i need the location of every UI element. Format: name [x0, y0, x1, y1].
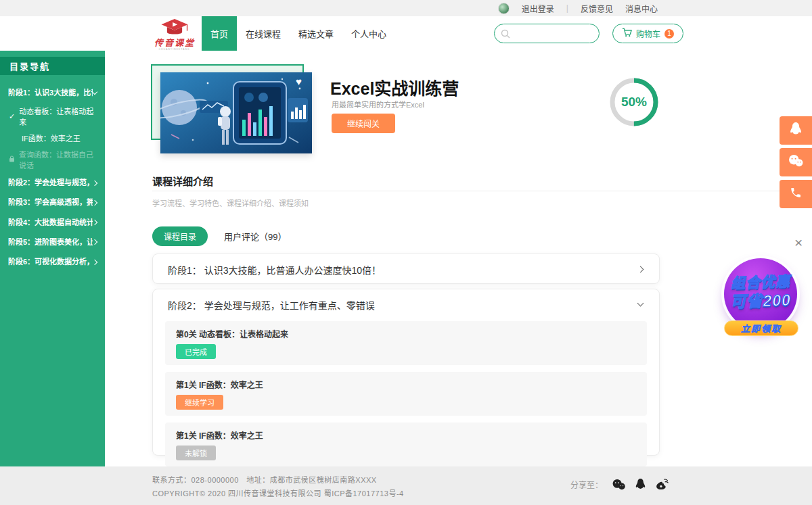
- continue-button[interactable]: 继续闯关: [332, 114, 395, 133]
- weibo-share-icon[interactable]: [655, 478, 670, 491]
- search-box: 搜索: [494, 24, 600, 43]
- check-icon: ✓: [9, 112, 15, 121]
- page: 退出登录 | 反馈意见 消息中心 传音课堂 CHUANYINKETANG 首页 …: [0, 0, 812, 505]
- tab-user-comments[interactable]: 用户评论（99）: [224, 230, 286, 243]
- stage2-card: 阶段2： 学会处理与规范，让工作有重点、零错误 第0关 动态看板：让表格动起来 …: [152, 289, 660, 456]
- sidebar-item-stage3[interactable]: 阶段3：学会高级透视，拥有同时...: [0, 193, 105, 212]
- logout-link[interactable]: 退出登录: [522, 3, 554, 14]
- toc-sidebar: 目录导航 阶段1：认识3大技能，比普通人... ✓ 动态看板：让表格动起来 IF…: [0, 51, 105, 466]
- messages-link[interactable]: 消息中心: [625, 3, 658, 14]
- lesson-item-1[interactable]: 第1关 IF函数：效率之王 继续学习: [165, 372, 647, 416]
- main-content: ♥ Excel实战训练营 用最简单实用的方式学Excel 继续闯关 50% 课程…: [105, 51, 812, 466]
- stage1-card: 阶段1： 认识3大技能，比普通人办公速度快10倍！: [152, 254, 660, 284]
- sidebar-item-lesson-if[interactable]: IF函数：效率之王: [0, 130, 105, 146]
- sidebar-item-stage1[interactable]: 阶段1：认识3大技能，比普通人...: [0, 83, 105, 103]
- feedback-link[interactable]: 反馈意见: [581, 3, 613, 14]
- chevron-right-icon: [92, 200, 97, 206]
- brand-name: 传音课堂: [154, 39, 195, 47]
- qq-share-icon[interactable]: [635, 478, 646, 491]
- chevron-right-icon: [92, 239, 97, 245]
- sidebar-item-stage6[interactable]: 阶段6：可视化数据分析，帮老板...: [0, 252, 105, 272]
- nav-item-courses[interactable]: 在线课程: [237, 16, 290, 51]
- section-heading: 课程详细介绍: [152, 174, 213, 188]
- course-cover-image[interactable]: [160, 72, 312, 153]
- share-bar: 分享至：: [570, 478, 670, 491]
- chevron-right-icon: [92, 181, 97, 186]
- cart-button[interactable]: 购物车 1: [612, 24, 683, 43]
- lesson-list: 第0关 动态看板：让表格动起来 已完成 第1关 IF函数：效率之王 继续学习 第…: [153, 320, 659, 466]
- cart-label: 购物车: [636, 28, 660, 39]
- qq-contact-button[interactable]: [780, 116, 812, 145]
- nav-item-articles[interactable]: 精选文章: [290, 16, 342, 51]
- footer-contact: 联系方式：028-0000000 地址：成都市武侯区槐树店南路XXXX: [152, 474, 404, 487]
- status-badge-locked[interactable]: 未解锁: [176, 446, 216, 460]
- nav-item-profile[interactable]: 个人中心: [342, 16, 395, 51]
- search-icon: [501, 29, 510, 41]
- promo-close-icon[interactable]: ×: [794, 235, 803, 249]
- sidebar-list: 阶段1：认识3大技能，比普通人... ✓ 动态看板：让表格动起来 IF函数：效率…: [0, 75, 105, 272]
- lesson-item-0[interactable]: 第0关 动态看板：让表格动起来 已完成: [165, 321, 647, 365]
- main-nav: 传音课堂 CHUANYINKETANG 首页 在线课程 精选文章 个人中心 搜索…: [0, 16, 812, 51]
- phone-contact-button[interactable]: [780, 180, 812, 208]
- progress-percent: 50%: [608, 95, 660, 110]
- chevron-down-icon: [637, 300, 644, 307]
- detail-tabs: 课程目录 用户评论（99）: [152, 226, 286, 246]
- sidebar-item-lesson-locked[interactable]: 查询函数：让数据自己说话: [0, 146, 105, 173]
- footer-text: 联系方式：028-0000000 地址：成都市武侯区槐树店南路XXXX COPY…: [152, 474, 404, 501]
- chevron-right-icon: [637, 266, 644, 273]
- cart-icon: [622, 28, 632, 39]
- promo-text-line2[interactable]: 可省200: [714, 287, 807, 313]
- nav-item-home[interactable]: 首页: [202, 16, 237, 51]
- course-title: Excel实战训练营: [330, 75, 459, 99]
- section-divider: [152, 191, 795, 191]
- stage2-header[interactable]: 阶段2： 学会处理与规范，让工作有重点、零错误: [153, 289, 659, 320]
- share-label: 分享至：: [570, 479, 603, 490]
- footer: 联系方式：028-0000000 地址：成都市武侯区槐树店南路XXXX COPY…: [0, 466, 812, 505]
- course-subtitle: 用最简单实用的方式学Excel: [332, 99, 424, 110]
- search-input[interactable]: [495, 24, 600, 43]
- top-utility-bar: 退出登录 | 反馈意见 消息中心: [0, 0, 812, 16]
- user-avatar[interactable]: [498, 3, 510, 14]
- sidebar-item-lesson-dashboard[interactable]: ✓ 动态看板：让表格动起来: [0, 103, 105, 130]
- section-description: 学习流程、学习特色、课程详细介绍、课程须知: [152, 197, 309, 208]
- heart-icon[interactable]: ♥: [296, 76, 302, 87]
- chevron-down-icon: [92, 89, 97, 95]
- status-badge-done[interactable]: 已完成: [176, 344, 216, 359]
- graduation-cap-icon: [160, 18, 189, 39]
- topbar-divider: |: [566, 3, 568, 13]
- chevron-right-icon: [92, 220, 97, 225]
- phone-icon: [790, 187, 802, 201]
- chevron-right-icon: [92, 259, 97, 264]
- sidebar-item-stage2[interactable]: 阶段2：学会处理与规范，让工作...: [0, 173, 105, 193]
- stage1-header[interactable]: 阶段1： 认识3大技能，比普通人办公速度快10倍！: [153, 254, 659, 285]
- brand-logo[interactable]: 传音课堂 CHUANYINKETANG: [148, 18, 202, 51]
- footer-copyright: COPYRIGHT© 2020 四川传音课堂科技有限公司 蜀ICP备170177…: [152, 487, 404, 501]
- wechat-icon: [788, 154, 804, 170]
- cart-count-badge: 1: [664, 29, 674, 39]
- tab-course-catalog[interactable]: 课程目录: [152, 226, 208, 246]
- sidebar-title: 目录导航: [0, 57, 105, 75]
- wechat-contact-button[interactable]: [780, 148, 812, 176]
- sidebar-item-stage4[interactable]: 阶段4：大批数据自动统计分析，...: [0, 213, 105, 233]
- nav-menu: 首页 在线课程 精选文章 个人中心: [202, 16, 395, 51]
- lock-icon: [9, 155, 15, 164]
- status-badge-continue[interactable]: 继续学习: [176, 395, 223, 410]
- wechat-share-icon[interactable]: [612, 479, 626, 491]
- lesson-item-2[interactable]: 第1关 IF函数：效率之王 未解锁: [165, 423, 647, 466]
- promo-claim-button[interactable]: 立即领取: [724, 320, 798, 336]
- qq-icon: [789, 122, 803, 139]
- progress-ring: 50%: [608, 76, 660, 128]
- sidebar-item-stage5[interactable]: 阶段5：进阶图表美化，让汇报一...: [0, 233, 105, 252]
